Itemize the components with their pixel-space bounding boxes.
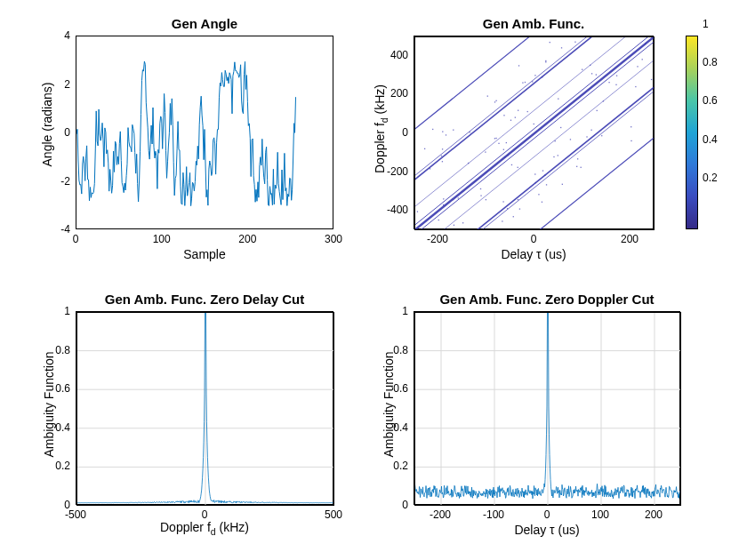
- svg-rect-56: [601, 135, 602, 136]
- svg-rect-23: [498, 143, 499, 144]
- x-axis-label: Delay τ (us): [414, 247, 654, 261]
- svg-rect-70: [545, 61, 546, 62]
- svg-rect-103: [468, 163, 469, 164]
- svg-line-4: [414, 36, 655, 176]
- colorbar-tick: 1: [703, 18, 709, 30]
- plot-svg: [76, 36, 334, 230]
- svg-rect-78: [443, 198, 444, 199]
- ytick: -400: [387, 204, 414, 216]
- svg-line-3: [414, 36, 655, 180]
- svg-line-5: [414, 87, 655, 230]
- svg-rect-80: [645, 44, 646, 44]
- ytick: 0.8: [393, 344, 414, 356]
- svg-rect-54: [562, 184, 563, 185]
- svg-rect-17: [518, 199, 518, 200]
- svg-rect-90: [438, 220, 439, 220]
- plot-area: [76, 36, 333, 229]
- svg-rect-26: [480, 195, 481, 196]
- xtick: 0: [544, 508, 550, 521]
- svg-rect-93: [511, 164, 512, 165]
- svg-rect-100: [518, 65, 519, 66]
- svg-rect-98: [561, 47, 562, 48]
- subplot-zero-delay-cut: Gen Amb. Func. Zero Delay Cut Doppler fd…: [76, 311, 333, 505]
- svg-rect-22: [631, 140, 631, 141]
- ytick: 0.4: [55, 421, 76, 434]
- xtick: 100: [591, 508, 609, 521]
- ytick: 0.6: [393, 382, 414, 395]
- svg-rect-83: [637, 66, 638, 67]
- xtick: -200: [430, 508, 451, 521]
- svg-rect-99: [504, 156, 505, 157]
- plot-title: Gen Amb. Func. Zero Delay Cut: [76, 292, 333, 307]
- svg-rect-88: [518, 167, 518, 168]
- subplot-gen-angle: Gen Angle Sample Angle (radians) 0 100 2…: [76, 36, 333, 229]
- svg-rect-53: [424, 148, 425, 149]
- svg-rect-84: [570, 139, 571, 140]
- ytick: 0.2: [55, 460, 76, 472]
- svg-rect-18: [510, 120, 511, 121]
- xtick: -200: [427, 233, 448, 245]
- svg-rect-29: [590, 130, 591, 131]
- svg-rect-47: [534, 124, 534, 124]
- xtick: 200: [645, 508, 663, 521]
- svg-rect-43: [642, 59, 643, 60]
- svg-rect-38: [507, 208, 508, 209]
- x-axis-label: Doppler fd (kHz): [76, 520, 333, 537]
- subplot-zero-doppler-cut: Gen Amb. Func. Zero Doppler Cut Delay τ …: [414, 311, 680, 505]
- ytick: 4: [64, 29, 76, 42]
- svg-rect-31: [581, 167, 582, 168]
- y-axis-label: Ambiguity Function: [382, 338, 396, 471]
- plot-svg: [76, 312, 334, 506]
- svg-rect-72: [432, 129, 433, 130]
- svg-rect-36: [615, 84, 616, 85]
- svg-rect-21: [446, 134, 446, 135]
- svg-rect-20: [470, 132, 470, 132]
- svg-rect-81: [462, 222, 463, 223]
- x-axis-label: Sample: [76, 247, 333, 261]
- colorbar-tick: 0.2: [703, 172, 718, 184]
- svg-rect-12: [502, 201, 503, 202]
- plot-title: Gen Amb. Func. Zero Doppler Cut: [414, 292, 680, 307]
- y-axis-label: Angle (radians): [40, 71, 54, 178]
- svg-rect-33: [631, 126, 631, 127]
- colorbar-tick: 0.8: [703, 56, 718, 68]
- svg-rect-85: [555, 140, 556, 141]
- svg-rect-19: [558, 99, 558, 100]
- svg-rect-11: [544, 174, 545, 175]
- ytick: -4: [60, 223, 76, 236]
- svg-rect-102: [518, 110, 518, 111]
- svg-rect-92: [442, 148, 443, 149]
- svg-rect-74: [453, 130, 454, 131]
- svg-rect-51: [577, 158, 578, 159]
- svg-rect-71: [535, 182, 536, 183]
- ytick: -200: [387, 165, 414, 178]
- xtick: -100: [483, 508, 504, 521]
- svg-line-10: [414, 60, 655, 230]
- ytick: 0: [402, 499, 414, 511]
- svg-rect-69: [522, 82, 523, 83]
- svg-rect-79: [542, 76, 542, 77]
- svg-rect-41: [616, 76, 617, 76]
- svg-rect-58: [532, 81, 533, 82]
- svg-rect-82: [508, 155, 509, 156]
- svg-rect-55: [486, 199, 486, 200]
- svg-rect-57: [495, 138, 496, 139]
- plot-title: Gen Angle: [76, 16, 333, 31]
- svg-rect-48: [534, 75, 535, 76]
- colorbar: 0.2 0.4 0.6 0.8 1: [686, 36, 698, 229]
- svg-rect-39: [495, 100, 496, 101]
- grid: [76, 312, 334, 506]
- plot-area: [76, 311, 333, 505]
- ytick: 1: [64, 305, 76, 317]
- svg-rect-16: [586, 136, 587, 137]
- svg-line-0: [414, 36, 655, 230]
- plot-svg: [414, 36, 655, 230]
- svg-rect-67: [635, 86, 636, 87]
- ytick: 1: [402, 305, 414, 317]
- svg-rect-28: [487, 95, 488, 96]
- svg-rect-15: [550, 42, 550, 43]
- ytick: 0.8: [55, 344, 76, 356]
- svg-rect-32: [597, 110, 598, 111]
- svg-rect-97: [503, 149, 504, 150]
- ytick: 2: [64, 78, 76, 91]
